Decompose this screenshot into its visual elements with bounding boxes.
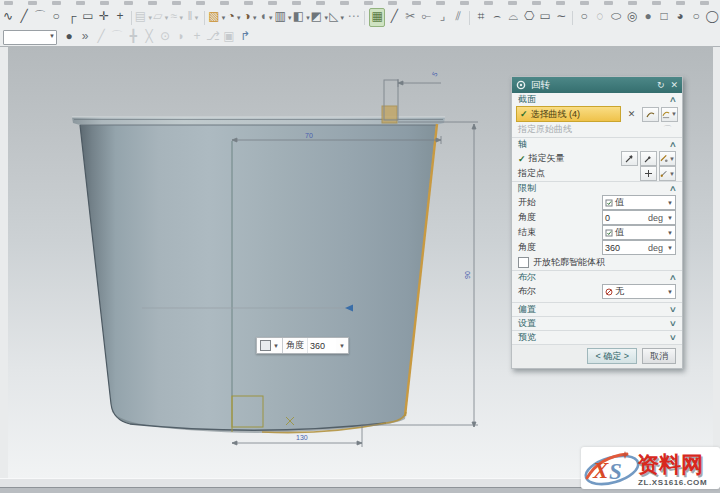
section-header-settings[interactable]: 设置 ∨ [512, 317, 682, 330]
control-point-icon[interactable]: ╋ [126, 29, 140, 46]
tube-icon[interactable]: ◯ [705, 9, 719, 26]
dropdown-arrow-icon[interactable]: ▼ [236, 11, 242, 26]
profile-icon[interactable]: ┌ [65, 9, 79, 26]
subtract-icon[interactable]: ◖▼ [259, 9, 273, 26]
dropdown-arrow-icon[interactable]: ▼ [163, 11, 169, 26]
value-option-chip[interactable]: ▼ [257, 338, 283, 353]
snap-point-icon[interactable]: ● [62, 29, 76, 46]
conic-icon[interactable]: ⌓ [506, 9, 520, 26]
dropdown-arrow-icon[interactable]: ▼ [336, 343, 348, 349]
cursor-icon[interactable]: ↱ [238, 29, 252, 46]
dropdown-arrow-icon[interactable]: ▼ [339, 11, 345, 26]
studio-spline-icon[interactable]: ∿ [1, 9, 15, 26]
quick-trim-icon[interactable]: ✂ [403, 9, 417, 26]
dropdown-arrow-icon[interactable]: ▼ [221, 11, 227, 26]
end-point-icon[interactable]: ╱ [94, 29, 108, 46]
corner-icon[interactable]: ⌟ [435, 9, 449, 26]
offset-curve-icon[interactable]: ≈▼ [170, 9, 184, 26]
existing-point-icon[interactable]: + [190, 29, 204, 46]
inferred-vector-button[interactable] [640, 151, 657, 166]
point-on-curve-icon[interactable]: ⎇ [206, 29, 220, 46]
drag-dialog-icon[interactable]: ↻ [657, 80, 665, 90]
section-header-section[interactable]: 截面 ∧ [512, 93, 682, 106]
rectangle-icon[interactable]: ▭ [81, 9, 95, 26]
dropdown-arrow-icon[interactable]: ▼ [252, 11, 258, 26]
circle2-icon[interactable]: ◌ [593, 9, 607, 26]
offset-icon[interactable]: ⫽ [451, 9, 465, 26]
chamfer-icon[interactable]: ◩▼ [312, 9, 328, 26]
datum-plane-icon[interactable]: ▱▼ [154, 9, 168, 26]
section-header-boolean[interactable]: 布尔 ∧ [512, 271, 682, 284]
extrude-icon[interactable]: ▧▼ [209, 9, 225, 26]
sketch-line-icon[interactable]: ╱ [387, 9, 401, 26]
chevron-up-icon: ∧ [669, 273, 677, 282]
boolean-combo[interactable]: 无 ▼ [602, 284, 676, 299]
dim-rim-label[interactable]: 5 [431, 71, 439, 78]
blend-icon[interactable]: ◧▼ [294, 9, 310, 26]
cylinder-icon[interactable]: ◎ [625, 9, 639, 26]
draft-icon[interactable]: ◺▼ [330, 9, 344, 26]
angle-end-field[interactable]: 360 deg ▼ [602, 240, 676, 255]
pattern-curve-icon[interactable]: ‖▼ [186, 9, 200, 26]
more-icon[interactable]: ⋯ [346, 9, 360, 26]
vector-options-button[interactable]: ▼ [659, 151, 676, 166]
angle-input-field[interactable]: 360 [307, 338, 336, 353]
point-options-button[interactable]: ▼ [659, 166, 676, 181]
point-on-face-icon[interactable]: ▣ [222, 29, 236, 46]
dim-top-arrow-right [436, 138, 441, 142]
sketch-icon[interactable]: ▤▼ [136, 9, 152, 26]
box-icon[interactable]: □ [657, 9, 671, 26]
quadrant-icon[interactable]: ◗ [174, 29, 188, 46]
shell-icon[interactable]: ▥▼ [275, 9, 291, 26]
dropdown-arrow-icon[interactable]: ▼ [193, 11, 199, 26]
angle-start-field[interactable]: 0 deg ▼ [602, 210, 676, 225]
cone-icon[interactable]: ◕ [673, 9, 687, 26]
dialog-titlebar[interactable]: 回转 ↻ ✕ [512, 77, 682, 93]
cancel-button[interactable]: 取消 [642, 348, 676, 364]
point-dialog-button[interactable] [640, 166, 657, 181]
circle-icon[interactable]: ○ [49, 9, 63, 26]
curve-options-button[interactable]: ▼ [661, 107, 678, 122]
dim-top-label[interactable]: 70 [305, 132, 313, 139]
intersection-icon[interactable]: ╳ [142, 29, 156, 46]
polygon-icon[interactable]: ⎔ [522, 9, 536, 26]
circle1-icon[interactable]: ○ [577, 9, 591, 26]
revolve-icon[interactable]: ◔▼ [227, 9, 241, 26]
sphere-icon[interactable]: ● [641, 9, 655, 26]
plus-icon[interactable]: + [113, 9, 127, 26]
dim-height-label[interactable]: 90 [464, 271, 471, 279]
fillet-icon[interactable]: ⟜ [419, 9, 433, 26]
section-header-axis[interactable]: 轴 ∧ [512, 138, 682, 151]
dropdown-arrow-icon[interactable]: ▼ [268, 11, 274, 26]
torus-icon[interactable]: ○ [689, 9, 703, 26]
expand-icon[interactable]: » [78, 29, 92, 46]
vector-dialog-button[interactable] [621, 151, 638, 166]
arc-center-icon[interactable]: ⊙ [158, 29, 172, 46]
close-icon[interactable]: ✕ [670, 80, 678, 90]
studio2-icon[interactable]: ∼ [554, 9, 568, 26]
section-header-preview[interactable]: 预览 ∨ [512, 331, 682, 344]
deselect-button[interactable]: ✕ [623, 107, 640, 122]
line-icon[interactable]: ╱ [17, 9, 31, 26]
curve-button[interactable] [642, 107, 659, 122]
arc-icon[interactable]: ⌒ [33, 9, 47, 26]
bucket-3d-model[interactable] [72, 117, 445, 433]
end-option-combo[interactable]: 值 ▼ [602, 225, 676, 240]
section-header-offset[interactable]: 偏置 ∨ [512, 303, 682, 316]
type-filter-combo[interactable]: ▼ [3, 30, 57, 45]
dim-bottom-label[interactable]: 130 [296, 434, 308, 441]
arc2-icon[interactable]: ⌢ [490, 9, 504, 26]
sketch-in-task-icon[interactable]: ▦ [369, 8, 385, 27]
select-curve-field[interactable]: ✓ 选择曲线 (4) [516, 106, 621, 122]
rect2-icon[interactable]: ▭ [538, 9, 552, 26]
start-option-combo[interactable]: 值 ▼ [602, 195, 676, 210]
ellipse-icon[interactable]: ⬭ [609, 9, 623, 26]
unite-icon[interactable]: ◑▼ [243, 9, 257, 26]
section-header-limits[interactable]: 限制 ∧ [512, 182, 682, 195]
point-icon[interactable]: ✛ [97, 9, 111, 26]
open-profile-checkbox[interactable] [518, 257, 529, 268]
mid-point-icon[interactable]: ⌒ [110, 29, 124, 46]
dropdown-arrow-icon[interactable]: ▼ [178, 11, 184, 26]
pattern-icon[interactable]: ⌗ [474, 9, 488, 26]
ok-button[interactable]: < 确定 > [587, 348, 637, 364]
